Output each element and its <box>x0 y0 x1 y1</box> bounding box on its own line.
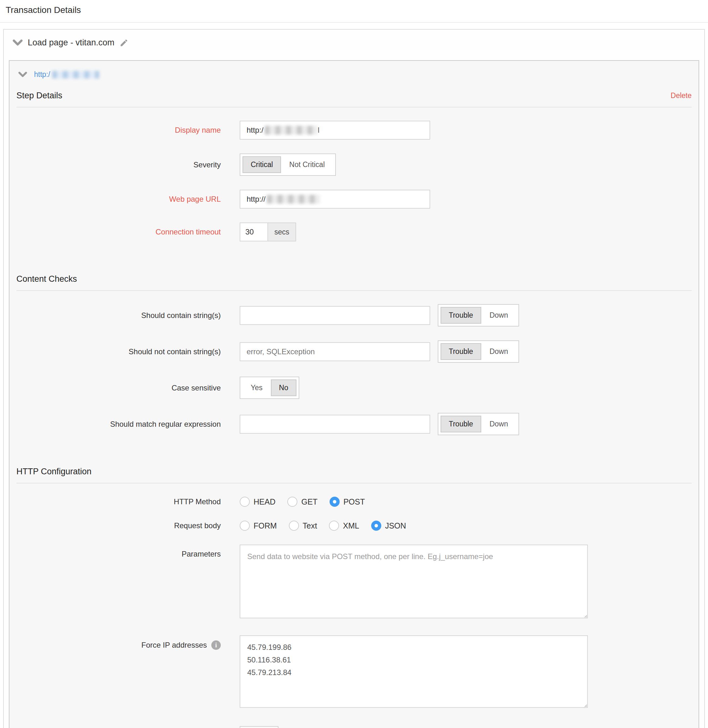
severity-option-not-critical[interactable]: Not Critical <box>281 156 333 173</box>
request-body-json-label: JSON <box>385 521 406 530</box>
case-sensitive-label: Case sensitive <box>16 384 221 392</box>
display-name-label: Display name <box>16 126 221 135</box>
regex-state-toggle: Trouble Down <box>438 413 519 435</box>
web-page-url-row: Web page URL http:// <box>16 190 692 208</box>
step-header: Load page - vtitan.com <box>4 30 704 55</box>
should-not-contain-row: Should not contain string(s) Trouble Dow… <box>16 340 692 363</box>
http-method-get-radio[interactable]: GET <box>287 497 317 507</box>
http-method-head-radio[interactable]: HEAD <box>240 497 275 507</box>
save-button[interactable]: Save <box>240 726 279 728</box>
case-sensitive-row: Case sensitive Yes No <box>16 376 692 399</box>
request-body-xml-label: XML <box>343 521 359 530</box>
radio-selected-icon <box>329 497 339 507</box>
should-not-contain-label: Should not contain string(s) <box>16 347 221 356</box>
http-config-form: HTTP Method HEAD GET POST <box>16 483 692 728</box>
display-name-row: Display name http:/ l <box>16 121 692 140</box>
should-contain-trouble-option[interactable]: Trouble <box>441 307 481 324</box>
step-details-panel: http:/ Step Details Delete Display name … <box>9 60 699 728</box>
regex-down-option[interactable]: Down <box>481 416 516 433</box>
actions-row: Save Cancel <box>16 726 692 728</box>
regex-input[interactable] <box>240 415 430 434</box>
step-details-heading: Step Details <box>16 91 62 101</box>
request-body-text-radio[interactable]: Text <box>289 521 317 531</box>
step-url-header: http:/ <box>16 61 692 83</box>
severity-row: Severity Critical Not Critical <box>16 153 692 176</box>
web-page-url-redacted <box>267 195 320 204</box>
severity-option-critical[interactable]: Critical <box>242 156 281 173</box>
display-name-redacted <box>265 126 318 135</box>
severity-label: Severity <box>16 161 221 169</box>
case-sensitive-yes-option[interactable]: Yes <box>242 379 271 396</box>
edit-pencil-icon[interactable] <box>119 38 128 47</box>
should-contain-input[interactable] <box>240 306 430 325</box>
collapse-url-chevron-down-icon[interactable] <box>18 72 27 78</box>
parameters-row: Parameters <box>16 544 692 618</box>
web-page-url-value-prefix: http:// <box>247 195 266 204</box>
request-body-form-radio[interactable]: FORM <box>240 521 277 531</box>
request-body-json-radio[interactable]: JSON <box>371 521 406 531</box>
regex-label: Should match regular expression <box>16 420 221 428</box>
parameters-label: Parameters <box>16 544 221 559</box>
should-contain-row: Should contain string(s) Trouble Down <box>16 304 692 327</box>
page-title: Transaction Details <box>0 0 708 22</box>
force-ip-textarea[interactable]: 45.79.199.86 50.116.38.61 45.79.213.84 <box>240 635 588 708</box>
http-method-label: HTTP Method <box>16 497 221 506</box>
request-body-form-label: FORM <box>254 521 277 530</box>
display-name-input[interactable]: http:/ l <box>240 121 430 140</box>
request-body-text-label: Text <box>303 521 317 530</box>
should-not-contain-trouble-option[interactable]: Trouble <box>441 343 481 360</box>
radio-unselected-icon <box>240 497 250 507</box>
should-contain-label: Should contain string(s) <box>16 311 221 320</box>
web-page-url-label: Web page URL <box>16 195 221 204</box>
http-config-heading: HTTP Configuration <box>16 467 91 476</box>
connection-timeout-row: Connection timeout secs <box>16 223 692 242</box>
http-method-get-label: GET <box>301 497 317 507</box>
radio-unselected-icon <box>289 521 299 531</box>
info-icon[interactable]: i <box>211 640 221 650</box>
transaction-step-card: Load page - vtitan.com http:/ Step Detai… <box>3 29 705 728</box>
should-contain-down-option[interactable]: Down <box>481 307 516 324</box>
collapse-step-chevron-down-icon[interactable] <box>13 39 23 46</box>
should-not-contain-input[interactable] <box>240 342 430 361</box>
force-ip-row: Force IP addresses i 45.79.199.86 50.116… <box>16 635 692 708</box>
should-not-contain-down-option[interactable]: Down <box>481 343 516 360</box>
force-ip-label-wrap: Force IP addresses i <box>16 635 221 650</box>
case-sensitive-toggle: Yes No <box>240 376 299 399</box>
step-title: Load page - vtitan.com <box>28 38 115 48</box>
content-checks-section-head: Content Checks <box>16 255 692 290</box>
radio-unselected-icon <box>240 521 250 531</box>
http-method-row: HTTP Method HEAD GET POST <box>16 497 692 507</box>
step-url-link[interactable]: http:/ <box>34 70 99 79</box>
should-contain-state-toggle: Trouble Down <box>438 304 519 327</box>
step-details-form: Display name http:/ l Severity Critical … <box>16 107 692 242</box>
connection-timeout-label: Connection timeout <box>16 227 221 236</box>
http-method-head-label: HEAD <box>254 497 275 507</box>
should-not-contain-state-toggle: Trouble Down <box>438 340 519 363</box>
http-config-section-head: HTTP Configuration <box>16 449 692 483</box>
radio-selected-icon <box>371 521 381 531</box>
content-checks-form: Should contain string(s) Trouble Down Sh… <box>16 291 692 435</box>
http-method-post-radio[interactable]: POST <box>329 497 365 507</box>
display-name-value-suffix: l <box>318 126 319 135</box>
step-url-redacted <box>52 71 99 78</box>
web-page-url-input[interactable]: http:// <box>240 190 430 208</box>
step-details-section-head: Step Details Delete <box>16 83 692 107</box>
request-body-xml-radio[interactable]: XML <box>329 521 359 531</box>
severity-toggle: Critical Not Critical <box>240 153 336 176</box>
connection-timeout-input[interactable] <box>240 223 268 242</box>
regex-trouble-option[interactable]: Trouble <box>441 416 481 433</box>
radio-unselected-icon <box>287 497 297 507</box>
request-body-row: Request body FORM Text XML <box>16 521 692 531</box>
http-method-post-label: POST <box>344 497 365 507</box>
step-url-prefix: http:/ <box>34 70 50 79</box>
parameters-textarea[interactable] <box>240 544 588 618</box>
content-checks-heading: Content Checks <box>16 274 77 284</box>
request-body-label: Request body <box>16 521 221 530</box>
radio-unselected-icon <box>329 521 339 531</box>
regex-row: Should match regular expression Trouble … <box>16 413 692 435</box>
connection-timeout-unit: secs <box>268 223 296 242</box>
case-sensitive-no-option[interactable]: No <box>271 379 296 396</box>
delete-step-link[interactable]: Delete <box>671 91 692 100</box>
display-name-value-prefix: http:/ <box>247 126 263 135</box>
page-divider <box>0 22 708 23</box>
